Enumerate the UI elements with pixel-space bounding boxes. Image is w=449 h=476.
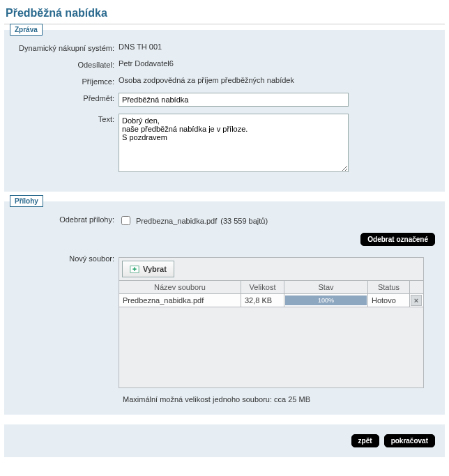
cell-status: Hotovo [368, 294, 410, 307]
col-action [410, 281, 424, 294]
add-file-icon [130, 264, 139, 274]
footer-panel: zpět pokračovat [4, 424, 445, 457]
cell-size: 32,8 KB [241, 294, 284, 307]
col-name: Název souboru [119, 281, 241, 294]
col-state: Stav [284, 281, 368, 294]
label-sender: Odesílatel: [14, 59, 119, 69]
attachment-checkbox[interactable] [121, 216, 130, 225]
continue-button[interactable]: pokračovat [384, 434, 435, 447]
value-recipient: Osoba zodpovědná za příjem předběžných n… [119, 76, 435, 86]
label-remove-attach: Odebrat přílohy: [14, 214, 119, 246]
divider [4, 24, 445, 24]
remove-selected-button[interactable]: Odebrat označené [360, 233, 435, 246]
message-panel: Zpráva Dynamický nákupní systém: DNS TH … [4, 30, 445, 192]
attachment-size: (33 559 bajtů) [220, 217, 268, 225]
text-input[interactable] [119, 114, 349, 172]
col-status: Status [368, 281, 410, 294]
message-legend: Zpráva [10, 24, 43, 36]
table-row: Predbezna_nabidka.pdf 32,8 KB 100% Hotov… [119, 294, 424, 307]
upload-empty-area [119, 307, 424, 388]
label-recipient: Příjemce: [14, 76, 119, 86]
attachments-panel: Přílohy Odebrat přílohy: Predbezna_nabid… [4, 201, 445, 415]
upload-progress: 100% [285, 295, 367, 305]
subject-input[interactable] [119, 93, 349, 107]
select-file-button[interactable]: Vybrat [122, 261, 174, 277]
page-title: Předběžná nabídka [6, 7, 445, 20]
max-size-note: Maximální možná velikost jednoho souboru… [123, 395, 435, 404]
label-subject: Předmět: [14, 93, 119, 107]
label-dns: Dynamický nákupní systém: [14, 43, 119, 52]
select-file-label: Vybrat [143, 265, 167, 273]
label-text: Text: [14, 114, 119, 174]
label-new-file: Nový soubor: [14, 253, 119, 388]
delete-row-button[interactable]: × [411, 295, 422, 306]
attachment-name: Predbezna_nabidka.pdf [136, 217, 217, 225]
value-sender: Petr Dodavatel6 [119, 59, 435, 69]
back-button[interactable]: zpět [351, 434, 379, 447]
upload-table: Název souboru Velikost Stav Status Predb… [119, 280, 424, 307]
value-dns: DNS TH 001 [119, 43, 435, 52]
attachments-legend: Přílohy [10, 195, 43, 207]
cell-name: Predbezna_nabidka.pdf [119, 294, 241, 307]
col-size: Velikost [241, 281, 284, 294]
